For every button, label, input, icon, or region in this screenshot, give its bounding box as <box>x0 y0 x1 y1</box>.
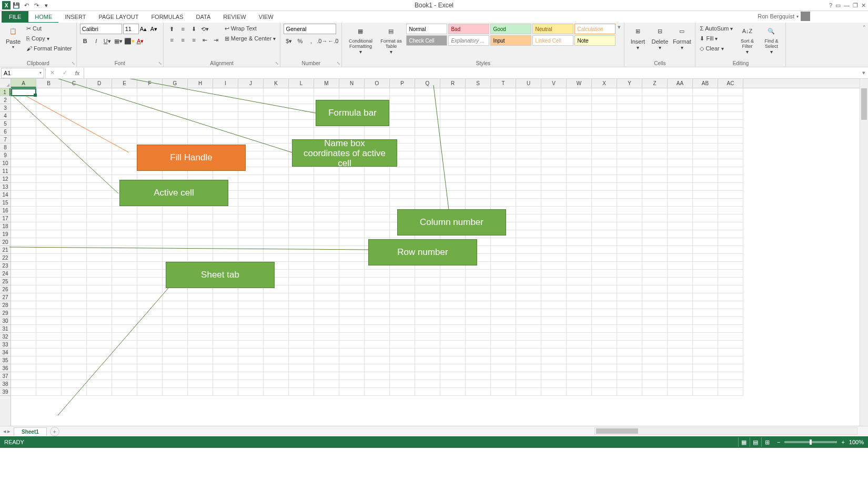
row-header[interactable]: 4 <box>0 112 11 120</box>
currency-icon[interactable]: $▾ <box>284 36 294 46</box>
column-header[interactable]: O <box>365 79 390 88</box>
italic-button[interactable]: I <box>91 36 102 46</box>
merge-center-button[interactable]: ⊞Merge & Center ▾ <box>224 34 277 43</box>
launcher-clipboard[interactable]: ⤡ <box>72 61 75 66</box>
style-normal[interactable]: Normal <box>406 24 447 34</box>
row-header[interactable]: 18 <box>0 222 11 230</box>
row-header[interactable]: 38 <box>0 380 11 388</box>
zoom-level[interactable]: 100% <box>849 439 864 445</box>
column-header[interactable]: B <box>36 79 62 88</box>
copy-button[interactable]: ⎘Copy ▾ <box>25 34 73 43</box>
style-good[interactable]: Good <box>490 24 531 34</box>
indent-increase-icon[interactable]: ⇥ <box>211 35 221 45</box>
row-header[interactable]: 22 <box>0 254 11 262</box>
fill-button[interactable]: ⬇Fill ▾ <box>699 34 734 43</box>
column-header[interactable]: AB <box>693 79 718 88</box>
row-header[interactable]: 2 <box>0 96 11 104</box>
format-painter-button[interactable]: 🖌Format Painter <box>25 44 73 53</box>
column-header[interactable]: S <box>466 79 491 88</box>
row-header[interactable]: 28 <box>0 301 11 309</box>
row-header[interactable]: 25 <box>0 278 11 285</box>
column-header[interactable]: F <box>137 79 163 88</box>
tab-insert[interactable]: INSERT <box>58 11 92 23</box>
close-icon[interactable]: ✕ <box>861 2 866 9</box>
increase-font-icon[interactable]: A▴ <box>140 26 149 33</box>
align-right-icon[interactable]: ≡ <box>189 35 199 45</box>
column-header[interactable]: K <box>264 79 289 88</box>
styles-more-icon[interactable]: ▾ <box>618 24 621 30</box>
row-header[interactable]: 12 <box>0 175 11 183</box>
column-header[interactable]: C <box>62 79 87 88</box>
find-select-button[interactable]: 🔍Find & Select▾ <box>760 24 782 55</box>
row-header[interactable]: 23 <box>0 262 11 270</box>
zoom-in-icon[interactable]: + <box>841 439 844 445</box>
column-header[interactable]: H <box>188 79 213 88</box>
column-header[interactable]: AC <box>718 79 743 88</box>
collapse-ribbon-icon[interactable]: ˄ <box>861 23 868 67</box>
font-name-select[interactable] <box>80 24 122 34</box>
row-header[interactable]: 17 <box>0 214 11 222</box>
number-format-select[interactable] <box>284 24 336 34</box>
align-left-icon[interactable]: ≡ <box>167 35 177 45</box>
format-as-table-button[interactable]: ▤ Format as Table▾ <box>378 24 404 55</box>
row-header[interactable]: 1 <box>0 88 11 96</box>
increase-decimal-icon[interactable]: .0→ <box>317 36 327 46</box>
name-box[interactable]: A1▾ <box>1 68 44 78</box>
tab-file[interactable]: FILE <box>2 11 28 23</box>
style-calculation[interactable]: Calculation <box>574 24 615 34</box>
font-size-select[interactable] <box>123 24 139 34</box>
row-header[interactable]: 19 <box>0 230 11 238</box>
row-header[interactable]: 30 <box>0 317 11 325</box>
column-header[interactable]: M <box>314 79 339 88</box>
tab-data[interactable]: DATA <box>190 11 217 23</box>
row-header[interactable]: 24 <box>0 270 11 278</box>
row-header[interactable]: 33 <box>0 341 11 349</box>
style-neutral[interactable]: Neutral <box>532 24 573 34</box>
zoom-out-icon[interactable]: − <box>777 439 780 445</box>
align-center-icon[interactable]: ≡ <box>178 35 188 45</box>
bold-button[interactable]: B <box>80 36 90 46</box>
wrap-text-button[interactable]: ↩Wrap Text <box>224 24 277 33</box>
view-normal-icon[interactable]: ▦ <box>738 437 750 447</box>
column-header[interactable]: U <box>516 79 541 88</box>
view-page-break-icon[interactable]: ⊞ <box>761 437 773 447</box>
row-header[interactable]: 31 <box>0 325 11 333</box>
autosum-button[interactable]: ΣAutoSum ▾ <box>699 24 734 33</box>
column-header[interactable]: X <box>592 79 617 88</box>
column-header[interactable]: T <box>491 79 516 88</box>
percent-icon[interactable]: % <box>295 36 305 46</box>
row-header[interactable]: 34 <box>0 349 11 356</box>
column-header[interactable]: A <box>11 79 36 88</box>
tab-home[interactable]: HOME <box>28 11 58 23</box>
row-header[interactable]: 11 <box>0 167 11 175</box>
tab-view[interactable]: VIEW <box>253 11 280 23</box>
style-bad[interactable]: Bad <box>448 24 489 34</box>
row-header[interactable]: 3 <box>0 104 11 112</box>
column-header[interactable]: Q <box>415 79 440 88</box>
row-header[interactable]: 36 <box>0 364 11 372</box>
row-header[interactable]: 10 <box>0 159 11 167</box>
row-header[interactable]: 39 <box>0 388 11 396</box>
undo-icon[interactable]: ↶ <box>22 1 31 9</box>
row-header[interactable]: 8 <box>0 144 11 151</box>
row-header[interactable]: 32 <box>0 333 11 341</box>
row-header[interactable]: 27 <box>0 293 11 301</box>
row-header[interactable]: 37 <box>0 372 11 380</box>
cancel-formula-icon[interactable]: ✕ <box>46 68 58 78</box>
orientation-icon[interactable]: ⟲▾ <box>200 24 210 34</box>
cut-button[interactable]: ✂Cut <box>25 24 73 33</box>
redo-icon[interactable]: ↷ <box>32 1 41 9</box>
expand-formula-icon[interactable]: ▾ <box>860 69 868 76</box>
column-header[interactable]: D <box>87 79 112 88</box>
column-header[interactable]: R <box>440 79 466 88</box>
comma-icon[interactable]: , <box>306 36 316 46</box>
border-button[interactable]: ▦▾ <box>113 36 124 46</box>
horizontal-scroll-thumb[interactable] <box>596 428 638 434</box>
style-note[interactable]: Note <box>574 35 615 46</box>
sort-filter-button[interactable]: A↓ZSort & Filter▾ <box>736 24 758 55</box>
sheet-nav-prev-icon[interactable]: ◂ <box>3 428 6 435</box>
column-header[interactable]: N <box>339 79 365 88</box>
vertical-scroll-thumb[interactable] <box>861 88 867 120</box>
style-input[interactable]: Input <box>490 35 531 46</box>
column-header[interactable]: G <box>163 79 188 88</box>
